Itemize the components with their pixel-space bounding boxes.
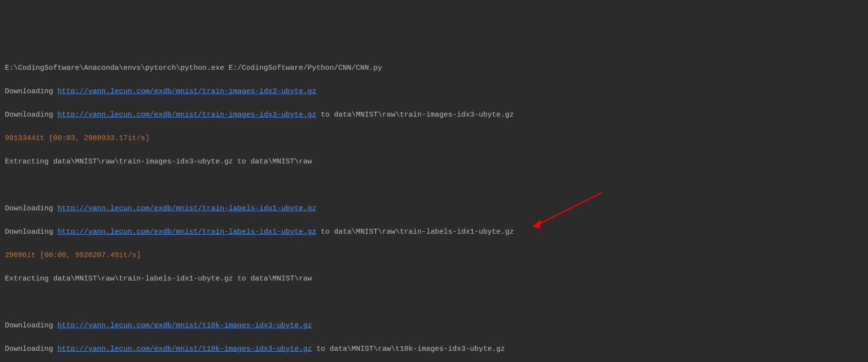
download-url-link[interactable]: http://yann.lecun.com/exdb/mnist/train-l… xyxy=(58,204,316,213)
progress-line: 29696it [00:00, 9926207.49it/s] xyxy=(5,250,863,261)
download-url-link[interactable]: http://yann.lecun.com/exdb/mnist/train-l… xyxy=(58,228,316,236)
download-line: Downloading http://yann.lecun.com/exdb/m… xyxy=(5,226,863,238)
command-line: E:\CodingSoftware\Anaconda\envs\pytorch\… xyxy=(5,62,863,74)
download-url-link[interactable]: http://yann.lecun.com/exdb/mnist/t10k-im… xyxy=(58,345,312,353)
download-line: Downloading http://yann.lecun.com/exdb/m… xyxy=(5,86,863,98)
console-output: E:\CodingSoftware\Anaconda\envs\pytorch\… xyxy=(5,51,863,362)
download-line: Downloading http://yann.lecun.com/exdb/m… xyxy=(5,320,863,332)
extract-line: Extracting data\MNIST\raw\train-images-i… xyxy=(5,156,863,168)
progress-line: 9913344it [00:03, 2988933.17it/s] xyxy=(5,133,863,144)
download-line: Downloading http://yann.lecun.com/exdb/m… xyxy=(5,109,863,121)
download-url-link[interactable]: http://yann.lecun.com/exdb/mnist/train-i… xyxy=(58,111,316,119)
download-line: Downloading http://yann.lecun.com/exdb/m… xyxy=(5,203,863,215)
download-line: Downloading http://yann.lecun.com/exdb/m… xyxy=(5,343,863,355)
download-url-link[interactable]: http://yann.lecun.com/exdb/mnist/t10k-im… xyxy=(58,322,312,330)
extract-line: Extracting data\MNIST\raw\train-labels-i… xyxy=(5,273,863,285)
download-url-link[interactable]: http://yann.lecun.com/exdb/mnist/train-i… xyxy=(58,87,316,96)
